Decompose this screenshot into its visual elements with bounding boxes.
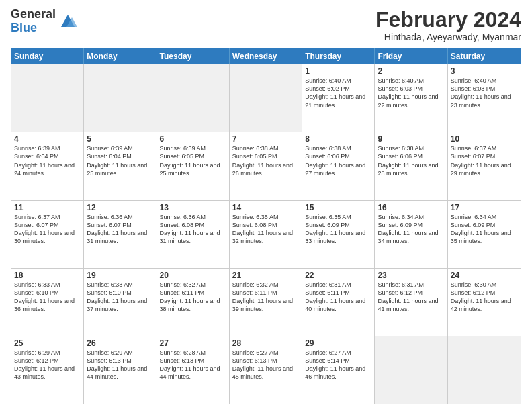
logo-blue: Blue bbox=[11, 21, 56, 35]
calendar-cell: 17Sunrise: 6:34 AM Sunset: 6:09 PM Dayli… bbox=[448, 201, 521, 268]
cell-info: Sunrise: 6:34 AM Sunset: 6:09 PM Dayligh… bbox=[378, 213, 444, 246]
cell-info: Sunrise: 6:39 AM Sunset: 6:05 PM Dayligh… bbox=[160, 144, 226, 177]
day-number: 26 bbox=[87, 338, 153, 348]
day-number: 16 bbox=[378, 203, 444, 212]
day-number: 3 bbox=[451, 66, 518, 76]
calendar-cell bbox=[375, 336, 447, 404]
calendar-cell: 9Sunrise: 6:38 AM Sunset: 6:06 PM Daylig… bbox=[375, 132, 447, 199]
calendar-cell: 26Sunrise: 6:29 AM Sunset: 6:13 PM Dayli… bbox=[84, 336, 157, 404]
calendar-cell: 6Sunrise: 6:39 AM Sunset: 6:05 PM Daylig… bbox=[157, 132, 230, 199]
header-day-tuesday: Tuesday bbox=[157, 48, 230, 64]
calendar-cell: 1Sunrise: 6:40 AM Sunset: 6:02 PM Daylig… bbox=[302, 64, 375, 132]
header-day-wednesday: Wednesday bbox=[230, 48, 302, 64]
header: General Blue February 2024 Hinthada, Aye… bbox=[11, 8, 521, 42]
day-number: 13 bbox=[160, 203, 226, 212]
day-number: 19 bbox=[87, 271, 153, 280]
cell-info: Sunrise: 6:40 AM Sunset: 6:02 PM Dayligh… bbox=[305, 77, 371, 109]
day-number: 25 bbox=[14, 338, 81, 348]
calendar-week-0: 1Sunrise: 6:40 AM Sunset: 6:02 PM Daylig… bbox=[11, 64, 521, 132]
calendar-cell: 16Sunrise: 6:34 AM Sunset: 6:09 PM Dayli… bbox=[375, 201, 447, 268]
calendar: SundayMondayTuesdayWednesdayThursdayFrid… bbox=[11, 48, 521, 404]
calendar-cell: 24Sunrise: 6:30 AM Sunset: 6:12 PM Dayli… bbox=[448, 269, 521, 336]
calendar-header: SundayMondayTuesdayWednesdayThursdayFrid… bbox=[11, 48, 521, 64]
day-number: 28 bbox=[232, 338, 299, 348]
cell-info: Sunrise: 6:27 AM Sunset: 6:14 PM Dayligh… bbox=[305, 349, 371, 381]
calendar-cell bbox=[448, 336, 521, 404]
day-number: 21 bbox=[232, 271, 299, 280]
logo: General Blue bbox=[11, 8, 77, 35]
calendar-cell: 23Sunrise: 6:31 AM Sunset: 6:12 PM Dayli… bbox=[375, 269, 447, 336]
cell-info: Sunrise: 6:36 AM Sunset: 6:08 PM Dayligh… bbox=[160, 213, 226, 246]
calendar-cell bbox=[157, 64, 230, 132]
cell-info: Sunrise: 6:33 AM Sunset: 6:10 PM Dayligh… bbox=[87, 281, 153, 314]
calendar-cell: 5Sunrise: 6:39 AM Sunset: 6:04 PM Daylig… bbox=[84, 132, 157, 199]
calendar-week-3: 18Sunrise: 6:33 AM Sunset: 6:10 PM Dayli… bbox=[11, 268, 521, 336]
day-number: 22 bbox=[305, 271, 371, 280]
cell-info: Sunrise: 6:38 AM Sunset: 6:06 PM Dayligh… bbox=[378, 144, 444, 177]
cell-info: Sunrise: 6:38 AM Sunset: 6:05 PM Dayligh… bbox=[232, 144, 299, 177]
calendar-cell: 12Sunrise: 6:36 AM Sunset: 6:07 PM Dayli… bbox=[84, 201, 157, 268]
main-title: February 2024 bbox=[375, 8, 521, 32]
day-number: 10 bbox=[451, 134, 518, 144]
calendar-cell: 21Sunrise: 6:32 AM Sunset: 6:11 PM Dayli… bbox=[230, 269, 302, 336]
day-number: 23 bbox=[378, 271, 444, 280]
page: General Blue February 2024 Hinthada, Aye… bbox=[0, 0, 532, 411]
day-number: 15 bbox=[305, 203, 371, 212]
calendar-cell: 28Sunrise: 6:27 AM Sunset: 6:13 PM Dayli… bbox=[230, 336, 302, 404]
header-day-sunday: Sunday bbox=[11, 48, 84, 64]
calendar-cell: 3Sunrise: 6:40 AM Sunset: 6:03 PM Daylig… bbox=[448, 64, 521, 132]
day-number: 9 bbox=[378, 134, 444, 144]
calendar-cell: 27Sunrise: 6:28 AM Sunset: 6:13 PM Dayli… bbox=[157, 336, 230, 404]
cell-info: Sunrise: 6:37 AM Sunset: 6:07 PM Dayligh… bbox=[14, 213, 81, 246]
calendar-body: 1Sunrise: 6:40 AM Sunset: 6:02 PM Daylig… bbox=[11, 64, 521, 404]
cell-info: Sunrise: 6:30 AM Sunset: 6:12 PM Dayligh… bbox=[451, 281, 518, 314]
cell-info: Sunrise: 6:36 AM Sunset: 6:07 PM Dayligh… bbox=[87, 213, 153, 246]
day-number: 29 bbox=[305, 338, 371, 348]
day-number: 11 bbox=[14, 203, 81, 212]
calendar-cell: 2Sunrise: 6:40 AM Sunset: 6:03 PM Daylig… bbox=[375, 64, 447, 132]
calendar-cell: 19Sunrise: 6:33 AM Sunset: 6:10 PM Dayli… bbox=[84, 269, 157, 336]
cell-info: Sunrise: 6:32 AM Sunset: 6:11 PM Dayligh… bbox=[232, 281, 299, 314]
header-day-monday: Monday bbox=[84, 48, 157, 64]
cell-info: Sunrise: 6:35 AM Sunset: 6:09 PM Dayligh… bbox=[305, 213, 371, 246]
logo-icon bbox=[58, 12, 77, 31]
day-number: 4 bbox=[14, 134, 81, 144]
cell-info: Sunrise: 6:27 AM Sunset: 6:13 PM Dayligh… bbox=[232, 349, 299, 381]
cell-info: Sunrise: 6:32 AM Sunset: 6:11 PM Dayligh… bbox=[160, 281, 226, 314]
calendar-cell bbox=[84, 64, 157, 132]
day-number: 2 bbox=[378, 66, 444, 76]
calendar-cell: 7Sunrise: 6:38 AM Sunset: 6:05 PM Daylig… bbox=[230, 132, 302, 199]
day-number: 12 bbox=[87, 203, 153, 212]
calendar-week-4: 25Sunrise: 6:29 AM Sunset: 6:12 PM Dayli… bbox=[11, 336, 521, 404]
cell-info: Sunrise: 6:35 AM Sunset: 6:08 PM Dayligh… bbox=[232, 213, 299, 246]
title-block: February 2024 Hinthada, Ayeyarwady, Myan… bbox=[375, 8, 521, 42]
calendar-cell: 29Sunrise: 6:27 AM Sunset: 6:14 PM Dayli… bbox=[302, 336, 375, 404]
logo-general: General bbox=[11, 8, 56, 21]
calendar-cell: 20Sunrise: 6:32 AM Sunset: 6:11 PM Dayli… bbox=[157, 269, 230, 336]
calendar-cell: 25Sunrise: 6:29 AM Sunset: 6:12 PM Dayli… bbox=[11, 336, 84, 404]
day-number: 6 bbox=[160, 134, 226, 144]
cell-info: Sunrise: 6:34 AM Sunset: 6:09 PM Dayligh… bbox=[451, 213, 518, 246]
header-day-saturday: Saturday bbox=[448, 48, 521, 64]
cell-info: Sunrise: 6:28 AM Sunset: 6:13 PM Dayligh… bbox=[160, 349, 226, 381]
calendar-week-2: 11Sunrise: 6:37 AM Sunset: 6:07 PM Dayli… bbox=[11, 200, 521, 268]
day-number: 17 bbox=[451, 203, 518, 212]
day-number: 18 bbox=[14, 271, 81, 280]
day-number: 20 bbox=[160, 271, 226, 280]
day-number: 24 bbox=[451, 271, 518, 280]
subtitle: Hinthada, Ayeyarwady, Myanmar bbox=[375, 32, 521, 42]
day-number: 1 bbox=[305, 66, 371, 76]
header-day-friday: Friday bbox=[375, 48, 447, 64]
cell-info: Sunrise: 6:29 AM Sunset: 6:13 PM Dayligh… bbox=[87, 349, 153, 381]
calendar-cell: 13Sunrise: 6:36 AM Sunset: 6:08 PM Dayli… bbox=[157, 201, 230, 268]
calendar-cell bbox=[230, 64, 302, 132]
cell-info: Sunrise: 6:40 AM Sunset: 6:03 PM Dayligh… bbox=[378, 77, 444, 109]
day-number: 5 bbox=[87, 134, 153, 144]
calendar-cell: 4Sunrise: 6:39 AM Sunset: 6:04 PM Daylig… bbox=[11, 132, 84, 199]
day-number: 27 bbox=[160, 338, 226, 348]
calendar-cell: 14Sunrise: 6:35 AM Sunset: 6:08 PM Dayli… bbox=[230, 201, 302, 268]
cell-info: Sunrise: 6:33 AM Sunset: 6:10 PM Dayligh… bbox=[14, 281, 81, 314]
calendar-week-1: 4Sunrise: 6:39 AM Sunset: 6:04 PM Daylig… bbox=[11, 132, 521, 199]
cell-info: Sunrise: 6:37 AM Sunset: 6:07 PM Dayligh… bbox=[451, 144, 518, 177]
day-number: 8 bbox=[305, 134, 371, 144]
